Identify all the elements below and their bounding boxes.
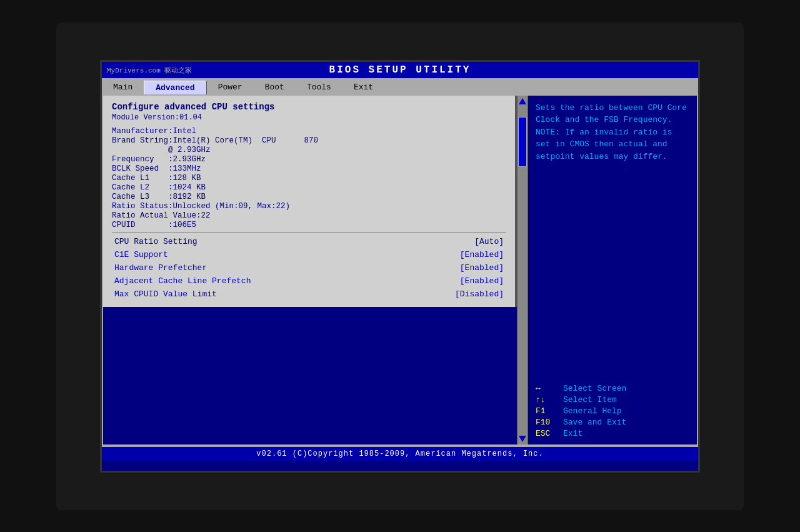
- scroll-down-icon[interactable]: [519, 436, 526, 442]
- menu-item-1[interactable]: C1E Support[Enabled]: [112, 248, 506, 261]
- key-desc: Exit: [563, 429, 582, 438]
- key-name: ↔: [536, 384, 558, 393]
- info-row: Frequency :2.93GHz: [112, 155, 506, 164]
- key-desc: General Help: [563, 406, 622, 416]
- tab-exit[interactable]: Exit: [342, 81, 384, 94]
- left-panel-inner: Configure advanced CPU settings Module V…: [103, 96, 517, 307]
- info-row: Brand String:Intel(R) Core(TM) CPU 870: [112, 136, 506, 145]
- menu-item-value: [Auto]: [474, 237, 504, 246]
- info-row: Ratio Actual Value:22: [112, 211, 506, 220]
- key-row: ↑↓Select Item: [536, 395, 689, 404]
- menu-item-label: Max CPUID Value Limit: [114, 289, 217, 299]
- right-panel: Sets the ratio between CPU Core Clock an…: [528, 96, 697, 444]
- key-desc: Select Item: [563, 395, 617, 404]
- scroll-thumb[interactable]: [518, 117, 527, 167]
- key-row: ↔Select Screen: [536, 384, 689, 393]
- key-desc: Select Screen: [563, 384, 626, 393]
- footer-text: v02.61 (C)Copyright 1985-2009, American …: [256, 449, 543, 458]
- key-row: ESCExit: [536, 429, 689, 438]
- menu-item-4[interactable]: Max CPUID Value Limit[Disabled]: [112, 288, 506, 301]
- module-version: Module Version:01.04: [112, 113, 506, 122]
- screen: MyDrivers.com 驱动之家 BIOS SETUP UTILITY Ma…: [100, 60, 700, 473]
- tab-advanced[interactable]: Advanced: [144, 81, 206, 94]
- key-row: F1General Help: [536, 406, 689, 416]
- watermark: MyDrivers.com 驱动之家: [107, 66, 192, 75]
- info-row: @ 2.93GHz: [112, 146, 506, 154]
- menu-item-2[interactable]: Hardware Prefetcher[Enabled]: [112, 261, 506, 274]
- scroll-up-icon[interactable]: [519, 98, 526, 104]
- bios-title: BIOS SETUP UTILITY: [329, 64, 471, 76]
- section-title: Configure advanced CPU settings: [112, 102, 506, 112]
- menu-item-0[interactable]: CPU Ratio Setting[Auto]: [112, 235, 506, 248]
- main-content: Configure advanced CPU settings Module V…: [102, 94, 698, 446]
- menu-item-label: C1E Support: [114, 250, 168, 259]
- help-text: Sets the ratio between CPU Core Clock an…: [536, 102, 689, 163]
- menu-item-value: [Enabled]: [460, 250, 504, 259]
- info-row: Ratio Status:Unlocked (Min:09, Max:22): [112, 202, 506, 211]
- tab-main[interactable]: Main: [102, 81, 144, 94]
- tab-tools[interactable]: Tools: [296, 81, 342, 94]
- key-name: F10: [536, 418, 558, 427]
- tab-boot[interactable]: Boot: [254, 81, 296, 94]
- menu-item-label: Adjacent Cache Line Prefetch: [114, 276, 251, 286]
- info-row: Cache L1 :128 KB: [112, 174, 506, 183]
- menu-item-value: [Disabled]: [455, 289, 504, 299]
- key-row: F10Save and Exit: [536, 418, 689, 427]
- menu-item-3[interactable]: Adjacent Cache Line Prefetch[Enabled]: [112, 274, 506, 288]
- menu-items: CPU Ratio Setting[Auto]C1E Support[Enabl…: [112, 235, 506, 301]
- monitor: MyDrivers.com 驱动之家 BIOS SETUP UTILITY Ma…: [56, 23, 744, 510]
- key-help: ↔Select Screen↑↓Select ItemF1General Hel…: [536, 384, 689, 438]
- divider: [112, 232, 506, 233]
- tab-power[interactable]: Power: [207, 81, 254, 94]
- menu-item-value: [Enabled]: [460, 276, 504, 286]
- info-rows: Manufacturer:IntelBrand String:Intel(R) …: [112, 127, 506, 229]
- key-name: F1: [536, 406, 558, 416]
- scrollbar[interactable]: [517, 96, 528, 444]
- footer-bar: v02.61 (C)Copyright 1985-2009, American …: [102, 446, 698, 461]
- info-row: Cache L2 :1024 KB: [112, 183, 506, 192]
- key-name: ESC: [536, 429, 558, 438]
- info-row: CPUID :106E5: [112, 221, 506, 229]
- menu-item-value: [Enabled]: [460, 263, 504, 273]
- info-row: Cache L3 :8192 KB: [112, 193, 506, 201]
- info-row: Manufacturer:Intel: [112, 127, 506, 136]
- info-row: BCLK Speed :133MHz: [112, 164, 506, 173]
- key-name: ↑↓: [536, 395, 558, 404]
- menu-item-label: CPU Ratio Setting: [114, 237, 198, 246]
- tab-bar: MainAdvancedPowerBootToolsExit: [102, 79, 698, 94]
- menu-item-label: Hardware Prefetcher: [114, 263, 207, 273]
- left-panel: Configure advanced CPU settings Module V…: [103, 96, 517, 444]
- key-desc: Save and Exit: [563, 418, 626, 427]
